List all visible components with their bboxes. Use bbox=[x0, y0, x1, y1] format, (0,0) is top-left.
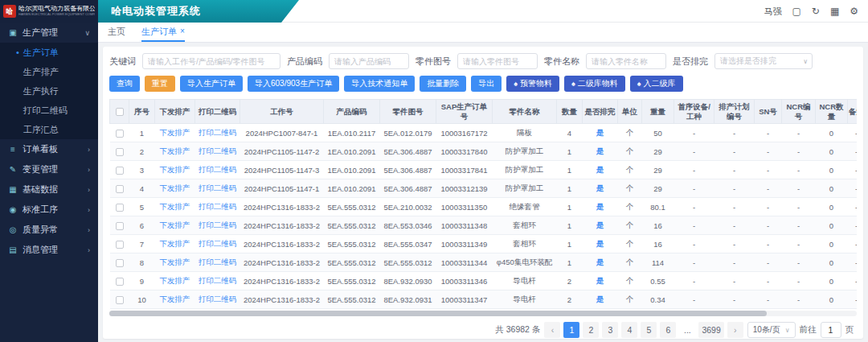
toolbar-button-6[interactable]: 导出 bbox=[471, 76, 502, 92]
sidebar-subitem-1[interactable]: •生产排产 bbox=[0, 62, 98, 81]
cell: 是 bbox=[583, 142, 618, 161]
tab-home[interactable]: 主页 bbox=[108, 23, 125, 42]
print-qrcode-link[interactable]: 打印二维码 bbox=[199, 165, 237, 174]
page-button-2[interactable]: 2 bbox=[583, 322, 599, 338]
print-qrcode-link[interactable]: 打印二维码 bbox=[199, 239, 237, 248]
toolbar-button-0[interactable]: 查询 bbox=[109, 76, 140, 92]
toolbar: 查询重置导入生产订单导入603/903生产订单导入技术通知单批量删除导出♠预警物… bbox=[109, 76, 857, 92]
cell: 防护罩加工 bbox=[493, 161, 557, 179]
row-checkbox[interactable] bbox=[116, 259, 124, 267]
page-button-6[interactable]: 6 bbox=[660, 322, 676, 338]
apps-grid-icon[interactable]: ▦ bbox=[830, 6, 839, 16]
print-qrcode-link[interactable]: 打印二维码 bbox=[199, 128, 237, 137]
sidebar-subitem-3[interactable]: •打印二维码 bbox=[0, 101, 98, 120]
sidebar-item-1[interactable]: ≡订单看板› bbox=[0, 139, 98, 159]
row-checkbox[interactable] bbox=[116, 278, 124, 286]
chevron-icon: › bbox=[88, 186, 90, 194]
dispatch-link[interactable]: 下发排产 bbox=[160, 202, 190, 211]
next-page-button[interactable]: › bbox=[727, 322, 743, 338]
page-button-3699[interactable]: 3699 bbox=[698, 322, 723, 338]
print-qrcode-link[interactable]: 打印二维码 bbox=[199, 202, 237, 211]
dispatch-link[interactable]: 下发排产 bbox=[160, 258, 190, 266]
cell: 29 bbox=[642, 161, 674, 179]
cell-device: - bbox=[693, 166, 695, 175]
dispatch-link[interactable]: 下发排产 bbox=[160, 239, 190, 248]
row-checkbox[interactable] bbox=[116, 148, 124, 156]
print-qrcode-link[interactable]: 打印二维码 bbox=[199, 146, 237, 155]
row-checkbox[interactable] bbox=[116, 130, 124, 138]
row-checkbox[interactable] bbox=[116, 185, 124, 193]
toolbar-button-3[interactable]: 导入603/903生产订单 bbox=[248, 76, 339, 92]
sidebar-item-label: 变更管理 bbox=[23, 163, 58, 175]
sidebar-subitem-2[interactable]: •生产执行 bbox=[0, 81, 98, 101]
cell: - bbox=[674, 253, 714, 272]
page-size-select[interactable]: 10条/页 ∨ bbox=[747, 322, 796, 338]
toolbar-button-4[interactable]: 导入技术通知单 bbox=[344, 76, 415, 92]
scheduled-select[interactable]: 请选择是否排完 ∨ bbox=[714, 53, 813, 69]
print-qrcode-link[interactable]: 打印二维码 bbox=[199, 276, 237, 285]
cell: 0 bbox=[816, 142, 848, 161]
cell: - bbox=[714, 124, 755, 142]
toolbar-button-2[interactable]: 导入生产订单 bbox=[180, 76, 243, 92]
dispatch-link[interactable]: 下发排产 bbox=[160, 183, 190, 192]
cell: 10003317840 bbox=[436, 142, 493, 161]
product-code-input[interactable] bbox=[329, 53, 409, 69]
table-row: 6下发排产打印二维码2024HPC1316-1833-25EA.555.0312… bbox=[110, 216, 858, 235]
toolbar-button-9[interactable]: ♠入二级库 bbox=[630, 76, 683, 92]
toolbar-button-8[interactable]: ♠二级库物料 bbox=[564, 76, 625, 92]
scrollbar-thumb[interactable] bbox=[109, 311, 767, 316]
sidebar-item-4[interactable]: ◉标准工序› bbox=[0, 200, 98, 220]
print-qrcode-link[interactable]: 打印二维码 bbox=[199, 220, 237, 229]
sidebar-item-0[interactable]: ▣生产管理∨ bbox=[0, 23, 98, 43]
page-button-1[interactable]: 1 bbox=[563, 322, 579, 338]
part-no-input[interactable] bbox=[457, 53, 538, 69]
row-checkbox[interactable] bbox=[116, 167, 124, 175]
print-qrcode-link[interactable]: 打印二维码 bbox=[199, 258, 237, 266]
company-logo: 哈 哈尔滨电气动力装备有限公司 HARBIN ELECTRICAL POWER … bbox=[0, 0, 98, 23]
dispatch-link[interactable]: 下发排产 bbox=[160, 146, 190, 155]
tab-production-orders[interactable]: 生产订单 × bbox=[141, 23, 185, 42]
dispatch-link[interactable]: 下发排产 bbox=[160, 220, 190, 229]
toolbar-button-1[interactable]: 重置 bbox=[145, 76, 175, 92]
cell-product: 5EA.555.0312 bbox=[327, 277, 375, 286]
settings-gear-icon[interactable]: ⚙ bbox=[850, 6, 858, 16]
page-button-5[interactable]: 5 bbox=[641, 322, 657, 338]
goto-page-input[interactable] bbox=[821, 322, 841, 338]
select-all-checkbox[interactable] bbox=[116, 108, 124, 116]
print-qrcode-link[interactable]: 打印二维码 bbox=[199, 295, 237, 303]
toolbar-button-label: 入二级库 bbox=[644, 78, 676, 89]
sidebar-item-3[interactable]: ▦基础数据› bbox=[0, 179, 98, 200]
fullscreen-icon[interactable]: ▢ bbox=[792, 6, 800, 16]
page-button-3[interactable]: 3 bbox=[602, 322, 618, 338]
dispatch-link[interactable]: 下发排产 bbox=[160, 128, 190, 137]
sidebar-subitem-0[interactable]: •生产订单 bbox=[0, 43, 98, 62]
sidebar-subitem-4[interactable]: •工序汇总 bbox=[0, 120, 98, 139]
refresh-icon[interactable]: ↻ bbox=[812, 6, 820, 16]
dispatch-link[interactable]: 下发排产 bbox=[160, 295, 190, 303]
prev-page-button[interactable]: ‹ bbox=[544, 322, 560, 338]
sidebar-item-5[interactable]: ◎质量异常› bbox=[0, 220, 98, 240]
cell-part: 5EA.555.0312 bbox=[383, 258, 432, 267]
dispatch-link[interactable]: 下发排产 bbox=[160, 276, 190, 285]
sidebar-item-6[interactable]: ▤消息管理› bbox=[0, 240, 98, 260]
toolbar-button-7[interactable]: ♠预警物料 bbox=[506, 76, 559, 92]
cell: 8EA.932.0931 bbox=[380, 290, 436, 309]
user-name[interactable]: 马强 bbox=[764, 6, 781, 18]
row-checkbox[interactable] bbox=[116, 204, 124, 212]
page-button-4[interactable]: 4 bbox=[621, 322, 637, 338]
row-checkbox[interactable] bbox=[116, 241, 124, 249]
sidebar-item-2[interactable]: ✎变更管理› bbox=[0, 159, 98, 179]
row-checkbox[interactable] bbox=[116, 296, 124, 304]
cell-seq: 5 bbox=[140, 203, 144, 212]
cell: 个 bbox=[618, 179, 642, 198]
cell-qty: 1 bbox=[567, 203, 571, 212]
dispatch-link[interactable]: 下发排产 bbox=[160, 165, 190, 174]
print-qrcode-link[interactable]: 打印二维码 bbox=[199, 183, 237, 192]
keyword-input[interactable] bbox=[142, 53, 280, 69]
row-checkbox[interactable] bbox=[116, 222, 124, 230]
cell-sap: 10003311347 bbox=[441, 295, 487, 304]
cell: 10003311349 bbox=[436, 235, 493, 253]
toolbar-button-5[interactable]: 批量删除 bbox=[420, 76, 466, 92]
part-name-input[interactable] bbox=[586, 53, 666, 69]
close-tab-icon[interactable]: × bbox=[180, 27, 185, 35]
